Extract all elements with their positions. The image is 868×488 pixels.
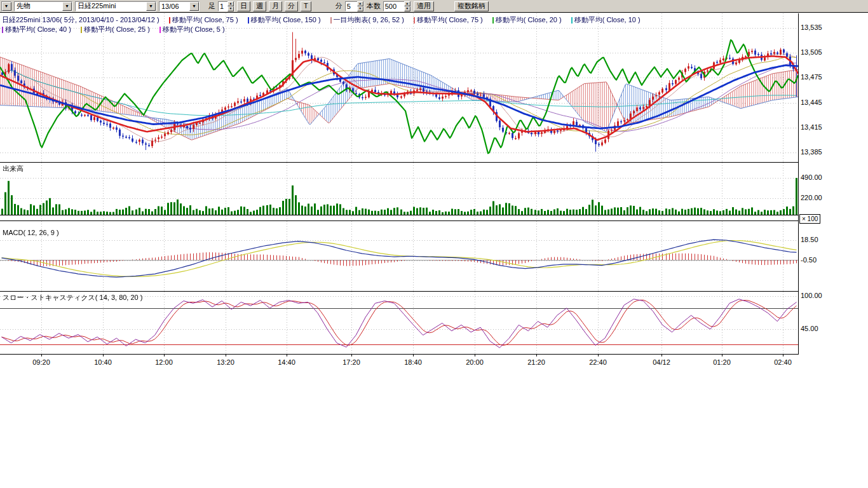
time-axis: 09:2010:4012:0013:2014:4017:2018:4020:00… bbox=[0, 355, 813, 371]
minute-count-input[interactable]: 5 ▲▼ bbox=[345, 1, 364, 11]
period-tick-button[interactable]: T bbox=[301, 1, 311, 11]
category-value: 先物 bbox=[17, 1, 31, 11]
interval-value: 1 bbox=[220, 3, 224, 10]
macd-panel-title: MACD( 12, 26, 9 ) bbox=[3, 229, 59, 236]
price-axis-label: 13,475 bbox=[801, 73, 822, 81]
period-week-button[interactable]: 週 bbox=[253, 1, 266, 11]
volume-axis-label: 490.00 bbox=[801, 173, 822, 182]
time-tick bbox=[413, 354, 414, 356]
apply-button[interactable]: 適用 bbox=[414, 1, 434, 11]
volume-multiplier-badge: × 100 bbox=[799, 214, 820, 224]
time-tick bbox=[287, 354, 287, 356]
dropdown-arrow-icon: ▼ bbox=[2, 2, 11, 11]
time-axis-label: 04/12 bbox=[649, 358, 674, 366]
stoch-axis-label: 45.00 bbox=[801, 325, 818, 333]
time-tick bbox=[351, 354, 352, 356]
time-tick bbox=[164, 354, 165, 356]
stoch-axis-label: 100.00 bbox=[801, 292, 822, 300]
time-axis-label: 12:00 bbox=[151, 358, 177, 366]
time-axis-label: 14:40 bbox=[274, 358, 299, 366]
macd-chart-canvas[interactable] bbox=[0, 221, 798, 291]
dropdown-arrow-icon: ▼ bbox=[146, 2, 156, 11]
minute-unit-label: 分 bbox=[336, 1, 342, 11]
spinner-icon[interactable]: ▲▼ bbox=[357, 1, 363, 11]
price-axis-column: 13,53513,50513,47513,44513,41513,385490.… bbox=[799, 0, 844, 381]
spinner-icon[interactable]: ▲▼ bbox=[404, 1, 410, 11]
dropdown-arrow-icon: ▼ bbox=[62, 2, 72, 11]
time-axis-label: 18:40 bbox=[400, 358, 426, 366]
minute-count-value: 5 bbox=[347, 3, 351, 10]
price-axis-label: 13,505 bbox=[801, 48, 822, 57]
time-tick bbox=[41, 354, 42, 356]
price-axis-label: 13,415 bbox=[801, 123, 822, 132]
time-tick bbox=[783, 354, 783, 356]
volume-axis-label: 220.00 bbox=[801, 194, 822, 202]
period-month-button[interactable]: 月 bbox=[269, 1, 282, 11]
time-tick bbox=[536, 354, 537, 356]
category-dropdown[interactable]: 先物 ▼ bbox=[14, 1, 72, 11]
price-axis-label: 13,385 bbox=[801, 148, 822, 156]
time-axis-label: 22:40 bbox=[585, 358, 611, 366]
interval-input[interactable]: 1 ▲▼ bbox=[218, 1, 234, 11]
toolbar: ▼ 先物 ▼ 日経225mini ▼ 13/06 ▼ 足 1 ▲▼ 日 週 月 … bbox=[0, 0, 868, 13]
dropdown-arrow-icon: ▼ bbox=[189, 2, 199, 11]
time-tick bbox=[722, 354, 722, 356]
price-axis-label: 13,535 bbox=[801, 24, 822, 32]
time-axis-label: 13:20 bbox=[213, 358, 238, 366]
macd-axis-label: -0.50 bbox=[801, 256, 817, 264]
bar-type-label: 足 bbox=[208, 1, 215, 11]
time-axis-label: 02:40 bbox=[770, 358, 796, 366]
collapsed-dropdown[interactable]: ▼ bbox=[1, 1, 11, 11]
volume-chart-canvas[interactable] bbox=[0, 163, 798, 220]
bar-count-label: 本数 bbox=[367, 1, 381, 11]
time-axis-label: 20:00 bbox=[462, 358, 487, 366]
time-axis-label: 17:20 bbox=[339, 358, 364, 366]
period-minute-button[interactable]: 分 bbox=[285, 1, 298, 11]
symbol-dropdown[interactable]: 日経225mini ▼ bbox=[75, 1, 156, 11]
spinner-icon[interactable]: ▲▼ bbox=[227, 1, 234, 11]
contract-month-value: 13/06 bbox=[161, 3, 179, 10]
bar-count-input[interactable]: 500 ▲▼ bbox=[383, 1, 411, 11]
time-tick bbox=[226, 354, 226, 356]
time-tick bbox=[475, 354, 475, 356]
macd-axis-label: 18.50 bbox=[801, 236, 818, 244]
time-tick bbox=[661, 354, 662, 356]
time-axis-label: 09:20 bbox=[29, 358, 54, 366]
bar-count-value: 500 bbox=[385, 3, 397, 10]
price-chart-canvas[interactable] bbox=[0, 13, 798, 162]
stoch-panel-title: スロー・ストキャスティクス( 14, 3, 80, 20 ) bbox=[3, 293, 142, 302]
time-tick bbox=[103, 354, 104, 356]
multi-symbol-button[interactable]: 複数銘柄 bbox=[454, 1, 489, 11]
time-tick bbox=[598, 354, 599, 356]
time-axis-label: 10:40 bbox=[90, 358, 116, 366]
symbol-value: 日経225mini bbox=[78, 1, 116, 11]
contract-month-dropdown[interactable]: 13/06 ▼ bbox=[159, 1, 200, 11]
volume-panel-title: 出来高 bbox=[3, 164, 24, 173]
price-axis-label: 13,445 bbox=[801, 98, 822, 107]
period-day-button[interactable]: 日 bbox=[237, 1, 250, 11]
time-axis-label: 21:20 bbox=[524, 358, 549, 366]
time-axis-label: 01:20 bbox=[709, 358, 735, 366]
